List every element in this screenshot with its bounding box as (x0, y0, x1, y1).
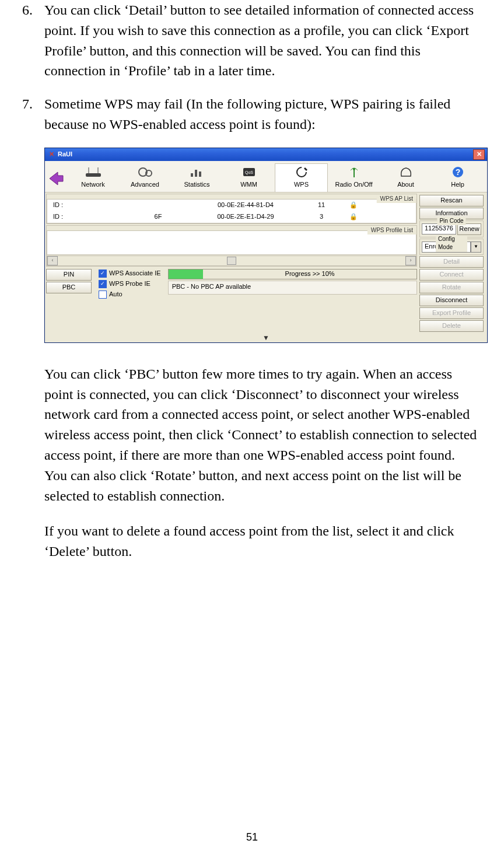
gears-icon (119, 165, 171, 179)
export-profile-button[interactable]: Export Profile (419, 307, 484, 319)
scroll-thumb[interactable] (227, 257, 236, 265)
qos-icon: QoS (223, 165, 275, 179)
profile-list[interactable] (47, 230, 416, 255)
tab-label: Help (432, 180, 484, 190)
ap-list[interactable]: ID : 00-0E-2E-44-81-D4 11 🔒 ID : 6F 00-0… (47, 199, 416, 223)
rotate-button[interactable]: Rotate (419, 282, 484, 293)
tab-label: About (380, 180, 432, 190)
auto-checkbox[interactable]: ✓Auto (99, 290, 161, 299)
checkbox-label: Auto (109, 290, 123, 299)
group-legend: WPS AP List (376, 195, 416, 204)
svg-text:QoS: QoS (244, 170, 253, 175)
checkbox-icon: ✓ (99, 270, 107, 278)
lock-icon: 🔒 (345, 212, 362, 222)
list-item-7: 7. Sometime WPS may fail (In the followi… (22, 94, 478, 135)
svg-point-13 (353, 168, 355, 170)
chevron-down-icon: ▼ (471, 242, 481, 253)
tab-label: Advanced (119, 180, 171, 190)
progress-label: Progress >> 10% (203, 270, 416, 279)
titlebar: ✕ RaUI ✕ (45, 148, 487, 161)
svg-rect-7 (195, 170, 197, 177)
config-mode-group: Config Mode Enrollee ▼ (419, 239, 484, 255)
item-text: You can click ‘Detail’ button to see det… (44, 0, 478, 81)
ap-row[interactable]: ID : 00-0E-2E-44-81-D4 11 🔒 (47, 200, 416, 211)
pbc-button[interactable]: PBC (46, 282, 92, 293)
tab-advanced[interactable]: Advanced (119, 164, 171, 192)
connect-button[interactable]: Connect (419, 269, 484, 281)
pin-button[interactable]: PIN (46, 269, 92, 281)
window-title: RaUI (58, 150, 473, 159)
expand-toggle[interactable]: ▼ (45, 334, 487, 342)
checkbox-icon: ✓ (99, 290, 107, 299)
item-number: 6. (22, 0, 44, 81)
tab-label: WMM (223, 180, 275, 190)
chart-icon (171, 165, 223, 179)
detail-button[interactable]: Detail (419, 256, 484, 268)
lock-icon: 🔒 (345, 201, 362, 210)
delete-button[interactable]: Delete (419, 320, 484, 332)
svg-rect-1 (86, 173, 101, 177)
antenna-icon (328, 165, 380, 179)
horizontal-scrollbar[interactable]: ‹ › (47, 256, 416, 266)
wps-icon (275, 165, 327, 179)
tab-label: Network (67, 180, 119, 190)
list-item-6: 6. You can click ‘Detail’ button to see … (22, 0, 478, 81)
scroll-left-button[interactable]: ‹ (47, 256, 58, 265)
help-icon: ? (432, 165, 484, 179)
tab-network[interactable]: Network (67, 164, 119, 192)
svg-marker-0 (50, 172, 63, 185)
ap-name: 6F (123, 212, 193, 222)
progress-fill (169, 270, 204, 279)
wps-ap-list-group: WPS AP List ID : 00-0E-2E-44-81-D4 11 🔒 … (46, 194, 417, 224)
app-icon: ✕ (47, 150, 55, 159)
raui-window: ✕ RaUI ✕ Network Advanced Statistics QoS (44, 148, 488, 343)
group-legend: Config Mode (436, 235, 467, 252)
rescan-button[interactable]: Rescan (419, 195, 484, 206)
tab-statistics[interactable]: Statistics (171, 164, 223, 192)
checkbox-label: WPS Associate IE (109, 269, 161, 278)
back-button[interactable] (47, 170, 65, 187)
tab-wps[interactable]: WPS (275, 163, 328, 192)
ap-mac: 00-0E-2E-44-81-D4 (193, 201, 298, 210)
tab-wmm[interactable]: QoS WMM (223, 164, 275, 192)
page-number: 51 (0, 830, 504, 845)
ap-row[interactable]: ID : 6F 00-0E-2E-E1-D4-29 3 🔒 (47, 211, 416, 223)
scroll-track[interactable] (58, 256, 405, 265)
tab-label: WPS (275, 180, 327, 190)
scroll-right-button[interactable]: › (405, 256, 416, 265)
item-text: Sometime WPS may fail (In the following … (44, 94, 478, 135)
about-icon (380, 165, 432, 179)
wps-probe-checkbox[interactable]: ✓WPS Probe IE (99, 279, 161, 289)
disconnect-button[interactable]: Disconnect (419, 295, 484, 306)
item-number: 7. (22, 94, 44, 135)
tab-radio[interactable]: Radio On/Off (328, 164, 380, 192)
tab-label: Statistics (171, 180, 223, 190)
ap-channel: 3 (298, 212, 345, 222)
close-button[interactable]: ✕ (473, 149, 485, 160)
group-legend: Pin Code (437, 217, 466, 226)
ap-mac: 00-0E-2E-E1-D4-29 (193, 212, 298, 222)
tab-help[interactable]: ? Help (432, 164, 484, 192)
progress-status: PBC - No PBC AP available (168, 281, 417, 295)
paragraph: If you want to delete a found access poi… (44, 521, 478, 562)
svg-rect-8 (199, 172, 201, 177)
svg-marker-11 (304, 167, 307, 171)
ap-id-label: ID : (53, 212, 123, 222)
group-legend: WPS Profile List (368, 226, 416, 235)
svg-text:?: ? (455, 167, 460, 177)
tab-label: Radio On/Off (328, 180, 380, 190)
checkbox-label: WPS Probe IE (109, 279, 150, 289)
wps-associate-checkbox[interactable]: ✓WPS Associate IE (99, 269, 161, 278)
checkbox-icon: ✓ (99, 280, 107, 288)
paragraph: You can click ‘PBC’ button few more time… (44, 364, 478, 506)
router-icon (67, 165, 119, 179)
ap-id-label: ID : (53, 201, 123, 210)
progress-bar: Progress >> 10% (168, 269, 417, 279)
toolbar: Network Advanced Statistics QoS WMM WPS … (45, 161, 487, 192)
tab-about[interactable]: About (380, 164, 432, 192)
wps-profile-list-group: WPS Profile List ‹ › (46, 225, 417, 267)
ap-channel: 11 (298, 201, 345, 210)
svg-rect-6 (191, 173, 193, 177)
